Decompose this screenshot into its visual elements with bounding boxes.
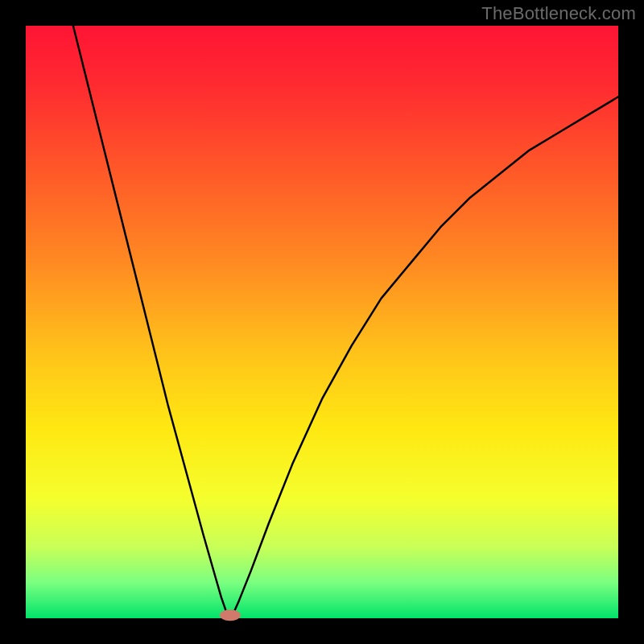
watermark-text: TheBottleneck.com xyxy=(481,3,636,24)
chart-svg xyxy=(0,0,644,644)
chart-frame: TheBottleneck.com xyxy=(0,0,644,644)
min-point-marker xyxy=(220,609,241,621)
plot-background xyxy=(26,26,618,618)
